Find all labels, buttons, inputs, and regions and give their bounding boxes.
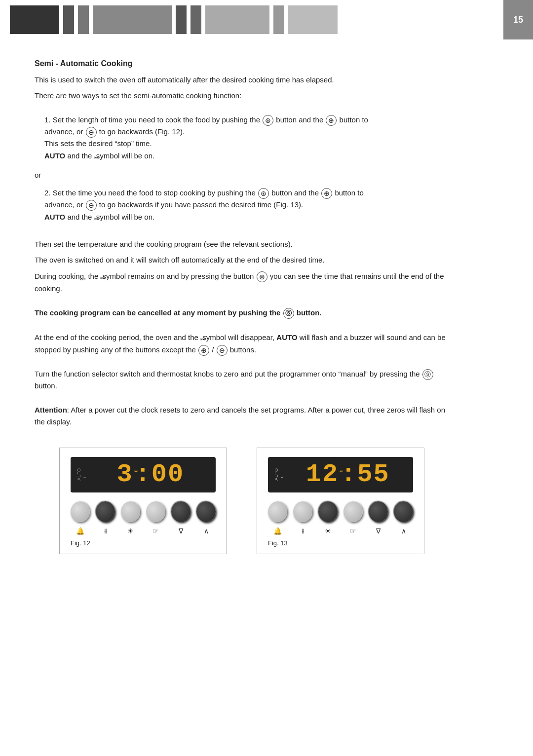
fig-caption-13: Fig. 13 [268,539,413,547]
intro-line1: This is used to switch the oven off auto… [35,74,449,86]
btn-12-1[interactable] [71,501,90,522]
icon-12-6: ∧ [196,527,216,535]
bar-block-1 [10,5,59,34]
intro-line2: There are two ways to set the semi-autom… [35,90,449,102]
symbol-clock2: ⊛ [258,188,269,199]
btn-13-4[interactable] [343,501,363,522]
display-side-label-13: AUTO𝅜 [274,468,285,481]
bar-block-9 [288,5,338,34]
figure-13: AUTO𝅜 12𝅜:55 🔔 ⫵ ☀ ☞ ∇ ∧ F [257,448,424,554]
display-side-label-12: AUTO𝅜 [76,468,87,481]
icon-12-4: ☞ [146,527,165,535]
main-content: Semi - Automatic Cooking This is used to… [0,39,484,594]
symbol-up2: ⊕ [321,188,332,199]
section-title: Semi - Automatic Cooking [35,59,449,68]
buttons-row-13 [268,501,413,522]
btn-12-3[interactable] [121,501,140,522]
symbol-s2: ⓢ [422,369,433,380]
bar-block-2 [63,5,74,34]
icons-row-12: 🔔 ⫵ ☀ ☞ ∇ ∧ [71,527,216,535]
display-digits-12: 3𝅜:00 [91,462,210,488]
bar-block-7 [205,5,269,34]
numbered-item-1: 1. Set the length of time you need to co… [35,114,449,162]
top-bar [0,0,533,39]
btn-13-6[interactable] [394,501,413,522]
btn-12-2[interactable] [96,501,115,522]
auto-label-1: AUTO [44,151,65,160]
icon-13-2: ⫵ [293,527,312,535]
para2: The oven is switched on and it will swit… [35,254,449,266]
btn-13-1[interactable] [268,501,287,522]
display-panel-13: AUTO𝅜 12𝅜:55 [268,457,413,492]
icons-row-13: 🔔 ⫵ ☀ ☞ ∇ ∧ [268,527,413,535]
icon-12-2: ⫵ [96,527,115,535]
attention-bold: Attention [35,406,67,414]
btn-12-6[interactable] [196,501,216,522]
figure-12: AUTO𝅜 3𝅜:00 🔔 ⫵ ☀ ☞ ∇ ∧ Fi [59,448,227,554]
auto-label-2: AUTO [44,213,65,221]
btn-13-5[interactable] [369,501,388,522]
icon-13-3: ☀ [318,527,338,535]
display-digits-13: 12𝅜:55 [289,462,407,488]
item1-text: 1. Set the length of time you need to co… [44,114,449,162]
bar-block-8 [273,5,284,34]
bar-block-4 [93,5,172,34]
figures-area: AUTO𝅜 3𝅜:00 🔔 ⫵ ☀ ☞ ∇ ∧ Fi [35,448,449,574]
icon-12-5: ∇ [171,527,190,535]
icon-12-1: 🔔 [71,527,90,535]
numbered-item-2: 2. Set the time you need the food to sto… [35,187,449,224]
icon-13-6: ∧ [394,527,413,535]
para3: During cooking, the 𝅜 symbol remains on … [35,270,449,295]
para1: Then set the temperature and the cooking… [35,238,449,250]
bold-cancel-text: The cooking program can be cancelled at … [35,308,322,317]
symbol-clock3: ⊛ [257,271,267,282]
symbol-clock1: ⊛ [263,115,273,126]
btn-12-4[interactable] [146,501,165,522]
or-separator: or [35,169,449,181]
icon-13-5: ∇ [369,527,388,535]
bar-block-6 [190,5,201,34]
bar-block-5 [176,5,187,34]
page-number: 15 [503,0,533,39]
item2-text: 2. Set the time you need the food to sto… [44,187,449,224]
symbol-up3: ⊕ [198,345,209,356]
icon-13-4: ☞ [343,527,363,535]
btn-13-2[interactable] [293,501,312,522]
symbol-down2: ⊖ [86,200,97,211]
buttons-row-12 [71,501,216,522]
display-panel-12: AUTO𝅜 3𝅜:00 [71,457,216,492]
symbol-down1: ⊖ [86,127,97,138]
icon-13-1: 🔔 [268,527,287,535]
symbol-s: ⓢ [283,308,294,319]
btn-12-5[interactable] [171,501,190,522]
btn-13-3[interactable] [318,501,338,522]
fig-caption-12: Fig. 12 [71,539,216,547]
at-end-para: At the end of the cooking period, the ov… [35,331,449,356]
bar-block-3 [78,5,89,34]
auto-flash: AUTO [276,333,297,341]
icon-12-3: ☀ [121,527,140,535]
turn-para: Turn the function selector switch and th… [35,368,449,392]
attention-para: Attention: After a power cut the clock r… [35,404,449,428]
symbol-down3: ⊖ [217,345,228,356]
symbol-up1: ⊕ [326,115,337,126]
bold-cancel-line: The cooking program can be cancelled at … [35,307,449,319]
